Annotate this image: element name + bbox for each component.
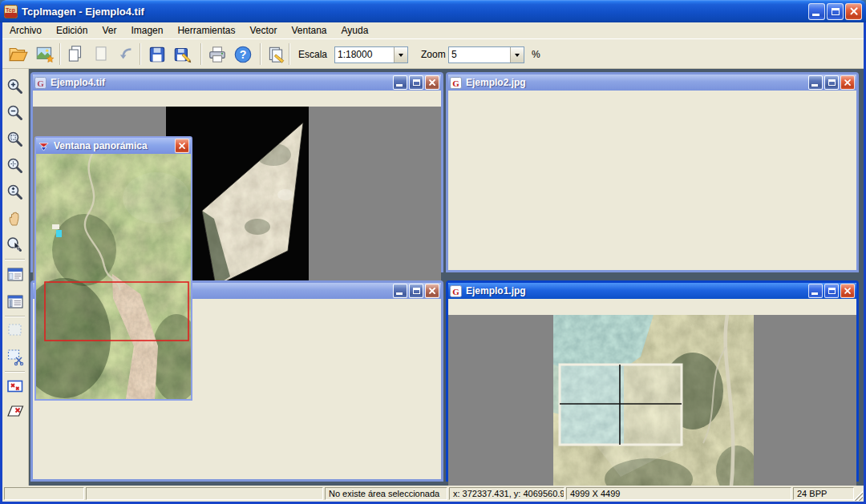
zoom-out-button[interactable]	[4, 102, 26, 124]
zoom-dropdown-button[interactable]	[510, 47, 524, 62]
undo-icon	[116, 44, 137, 65]
image-doc-icon: G	[450, 77, 462, 89]
escala-label: Escala	[298, 49, 327, 60]
window-ejemplo1-titlebar[interactable]: G Ejemplo1.jpg	[448, 283, 856, 299]
window-panoramica-titlebar[interactable]: Ventana panorámica	[36, 138, 191, 154]
escala-value: 1:18000	[335, 47, 394, 62]
zoom-region-button[interactable]	[4, 155, 26, 177]
delete-polygon-button[interactable]	[4, 400, 26, 422]
menu-item-herramientas[interactable]: Herramientas	[170, 23, 242, 38]
crop-button[interactable]	[4, 345, 26, 368]
save-as-button[interactable]	[170, 42, 196, 67]
help-icon: ?	[233, 44, 253, 65]
sidebar-separator	[5, 259, 25, 260]
status-panel-empty1	[4, 487, 84, 500]
minimize-icon	[812, 14, 819, 16]
folder-open-icon	[8, 44, 29, 65]
chevron-down-icon	[399, 54, 403, 59]
help-button[interactable]: ?	[230, 42, 256, 67]
save-button[interactable]	[144, 42, 170, 67]
histogram-icon	[6, 292, 25, 312]
new-document-button[interactable]	[88, 42, 114, 67]
histogram-button[interactable]	[4, 291, 26, 313]
zoom-cursor-icon	[6, 236, 25, 255]
zoom-fit-button[interactable]	[4, 128, 26, 151]
window-panoramica: Ventana panorámica	[34, 136, 192, 401]
status-coordinates: x: 372337.431, y: 4069560.963	[449, 487, 565, 500]
sidebar-separator	[5, 316, 25, 317]
tcp-logo-icon: Tcp	[4, 5, 18, 18]
maximize-button[interactable]	[827, 3, 844, 20]
undo-button[interactable]	[114, 42, 140, 67]
window-ejemplo1: G Ejemplo1.jpg	[446, 280, 859, 482]
menu-item-archivo[interactable]: Archivo	[2, 23, 49, 38]
child-close-button[interactable]	[840, 75, 855, 90]
zoom-label: Zoom	[421, 49, 446, 60]
open-button[interactable]	[6, 42, 31, 67]
panoramic-overview-image[interactable]	[36, 154, 191, 399]
print-button[interactable]	[204, 42, 230, 67]
minimize-icon	[396, 292, 403, 295]
maximize-icon	[828, 79, 836, 86]
status-image-size: 4999 X 4499	[566, 487, 791, 500]
annotations-button[interactable]	[263, 42, 289, 67]
menu-item-ayuda[interactable]: Ayuda	[334, 23, 376, 38]
maximize-icon	[832, 8, 840, 15]
close-icon	[429, 288, 436, 295]
minimize-button[interactable]	[808, 3, 825, 20]
menu-item-vector[interactable]: Vector	[242, 23, 284, 38]
escala-combobox[interactable]: 1:18000	[334, 46, 408, 63]
maximize-icon	[413, 79, 420, 86]
close-button[interactable]	[845, 3, 862, 20]
zoom-scale-button[interactable]	[4, 181, 26, 204]
delete-polygon-icon	[6, 401, 25, 421]
main-titlebar[interactable]: Tcp TcpImagen - Ejemplo4.tif	[0, 0, 866, 22]
child-minimize-button[interactable]	[808, 284, 823, 298]
close-icon	[844, 79, 852, 87]
aerial-image-ejemplo1[interactable]	[448, 315, 856, 495]
menu-item-ventana[interactable]: Ventana	[284, 23, 334, 38]
zoom-combobox[interactable]: 5	[448, 46, 524, 63]
save-as-icon	[172, 44, 193, 65]
child-maximize-button[interactable]	[824, 284, 839, 298]
close-icon	[844, 288, 852, 295]
child-maximize-button[interactable]	[409, 75, 423, 90]
window-ejemplo4-titlebar[interactable]: G Ejemplo4.tif	[33, 75, 441, 91]
copy-button[interactable]	[63, 42, 88, 67]
child-minimize-button[interactable]	[808, 75, 823, 90]
child-maximize-button[interactable]	[409, 284, 423, 298]
toolbar-separator	[59, 43, 61, 65]
image-info-button[interactable]	[4, 264, 26, 286]
status-panel-empty2	[86, 487, 323, 500]
annotations-icon	[265, 44, 286, 65]
child-maximize-button[interactable]	[824, 75, 839, 90]
zoom-in-button[interactable]	[4, 75, 26, 98]
window-ejemplo2-titlebar[interactable]: G Ejemplo2.jpg	[448, 75, 856, 91]
status-bar: No existe área seleccionada x: 372337.43…	[2, 486, 864, 502]
new-image-button[interactable]	[32, 42, 58, 67]
zoom-out-icon	[6, 103, 25, 123]
pan-hand-icon	[6, 208, 25, 228]
zoom-in-icon	[6, 77, 25, 96]
menu-item-imagen[interactable]: Imagen	[123, 23, 170, 38]
zoom-cursor-button[interactable]	[4, 234, 26, 256]
close-icon	[179, 143, 186, 150]
child-close-button[interactable]	[425, 284, 439, 298]
menu-item-ver[interactable]: Ver	[95, 23, 123, 38]
pan-button[interactable]	[4, 207, 26, 229]
new-image-icon	[34, 44, 55, 65]
window-ejemplo1-content	[448, 315, 856, 495]
svg-text:G: G	[452, 286, 459, 296]
menu-item-edicion[interactable]: Edición	[49, 23, 95, 38]
child-minimize-button[interactable]	[393, 75, 407, 90]
status-color-depth: 24 BPP	[793, 487, 854, 500]
escala-dropdown-button[interactable]	[394, 47, 407, 62]
child-close-button[interactable]	[425, 75, 439, 90]
child-close-button[interactable]	[840, 284, 855, 298]
delete-points-button[interactable]	[4, 375, 26, 397]
window-resize-grip[interactable]	[852, 490, 863, 501]
select-area-button[interactable]	[4, 319, 26, 341]
minimize-icon	[396, 84, 403, 87]
child-minimize-button[interactable]	[393, 284, 407, 298]
panoramica-close-button[interactable]	[175, 139, 189, 153]
